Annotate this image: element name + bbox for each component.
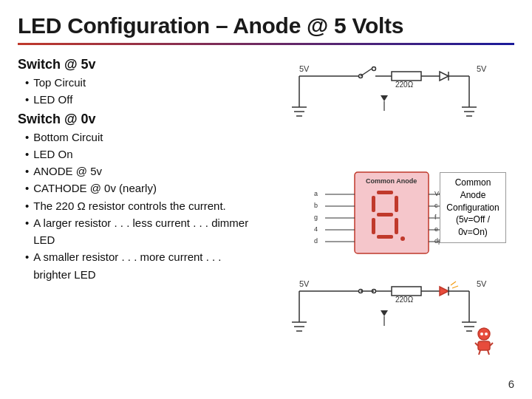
center-diagram-area: Common Anode a b g 4 d Vcc: [277, 165, 506, 261]
svg-rect-81: [478, 341, 490, 350]
led-indicator: [469, 327, 499, 359]
title-underline: [18, 43, 514, 45]
svg-marker-11: [440, 72, 449, 81]
section2-heading: Switch @ 0v: [18, 112, 262, 127]
svg-rect-8: [392, 72, 421, 81]
svg-rect-52: [377, 235, 393, 239]
svg-rect-51: [395, 218, 398, 234]
svg-text:Common Anode: Common Anode: [366, 177, 417, 185]
svg-text:220Ω: 220Ω: [395, 296, 414, 304]
svg-line-5: [361, 69, 372, 76]
bullet-led-on: LED On: [25, 146, 262, 163]
caption-title: Common Anode Configuration: [446, 177, 499, 213]
bullet-cathode: CATHODE @ 0v (nearly): [25, 180, 262, 197]
svg-line-85: [488, 350, 489, 355]
svg-text:c: c: [434, 202, 438, 209]
svg-point-87: [485, 332, 488, 335]
caption-subtitle: (5v=Off / 0v=On): [456, 214, 490, 237]
svg-text:b: b: [314, 202, 318, 209]
svg-rect-62: [392, 287, 421, 296]
svg-point-53: [400, 236, 405, 241]
svg-point-6: [372, 66, 376, 70]
svg-text:g: g: [314, 214, 318, 221]
page-number: 6: [508, 378, 514, 390]
section2-bullets: Bottom Circuit LED On ANODE @ 5v CATHODE…: [18, 129, 262, 283]
bullet-bottom-circuit: Bottom Circuit: [25, 129, 262, 146]
bottom-circuit-area: 5V 5V 220Ω: [277, 278, 506, 363]
svg-rect-47: [372, 196, 375, 212]
svg-rect-49: [377, 213, 393, 216]
bullet-larger-resistor: A larger resistor . . . less current . .…: [25, 214, 262, 249]
svg-point-80: [478, 328, 490, 340]
svg-text:f: f: [434, 214, 437, 221]
svg-line-84: [479, 350, 480, 355]
top-circuit-svg: 5V 5V 220Ω: [277, 63, 506, 148]
svg-text:220Ω: 220Ω: [395, 81, 414, 89]
section1-bullets: Top Circuit LED Off: [18, 74, 262, 109]
svg-point-86: [480, 332, 483, 335]
svg-text:e: e: [434, 225, 438, 233]
slide-title: LED Configuration – Anode @ 5 Volts: [18, 13, 514, 38]
svg-text:5V: 5V: [477, 279, 487, 288]
svg-line-67: [451, 282, 456, 285]
top-circuit-area: 5V 5V 220Ω: [277, 63, 506, 148]
svg-marker-78: [381, 310, 388, 316]
left-column: Switch @ 5v Top Circuit LED Off Switch @…: [18, 54, 269, 372]
bullet-anode: ANODE @ 5v: [25, 163, 262, 180]
section1-heading: Switch @ 5v: [18, 57, 262, 72]
svg-text:5V: 5V: [299, 279, 310, 288]
bullet-resistor-controls: The 220 Ω resistor controls the current.: [25, 197, 262, 214]
right-column: 5V 5V 220Ω: [269, 54, 514, 372]
caption-box: Common Anode Configuration (5v=Off / 0v=…: [440, 172, 506, 243]
diagrams-container: 5V 5V 220Ω: [269, 54, 514, 372]
svg-rect-50: [372, 218, 375, 234]
slide: LED Configuration – Anode @ 5 Volts Swit…: [0, 0, 532, 399]
svg-rect-46: [377, 191, 393, 194]
svg-marker-22: [381, 95, 388, 101]
bullet-top-circuit: Top Circuit: [25, 74, 262, 91]
svg-rect-48: [395, 196, 398, 212]
bullet-smaller-resistor: A smaller resistor . . . more current . …: [25, 248, 262, 283]
svg-text:4: 4: [314, 225, 318, 233]
svg-text:d: d: [314, 237, 318, 245]
svg-text:5V: 5V: [477, 64, 487, 73]
svg-marker-65: [440, 287, 449, 296]
svg-text:5V: 5V: [299, 64, 310, 73]
bullet-led-off: LED Off: [25, 91, 262, 108]
content-area: Switch @ 5v Top Circuit LED Off Switch @…: [18, 54, 514, 372]
svg-text:a: a: [314, 190, 318, 197]
svg-line-68: [452, 286, 458, 288]
